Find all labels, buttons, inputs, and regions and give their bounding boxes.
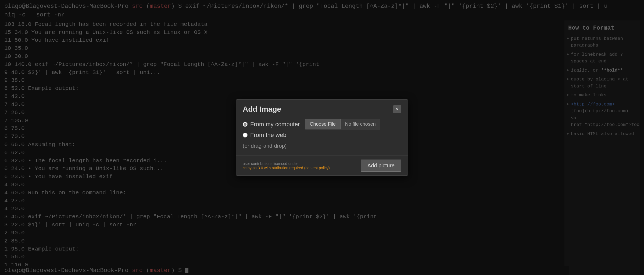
modal-footer: user contributions licensed under cc by-… <box>236 156 408 175</box>
modal-header: Add Image × <box>236 100 408 116</box>
radio-row-web: From the web <box>243 132 401 139</box>
radio-row-computer: From my computer Choose File No file cho… <box>243 119 401 129</box>
no-file-label: No file chosen <box>341 119 380 129</box>
license-line1: user contributions licensed under <box>243 161 330 166</box>
radio-from-web[interactable] <box>243 133 248 138</box>
add-picture-button[interactable]: Add picture <box>361 160 401 172</box>
license-link[interactable]: cc by-sa 3.0 with attribution required (… <box>243 166 330 170</box>
drag-drop-text: (or drag-and-drop) <box>243 143 401 149</box>
radio-from-computer[interactable] <box>243 122 248 127</box>
license-info: user contributions licensed under cc by-… <box>243 161 330 170</box>
choose-file-button[interactable]: Choose File <box>305 119 341 129</box>
modal-body: From my computer Choose File No file cho… <box>236 116 408 149</box>
file-chooser-row: Choose File No file chosen <box>305 119 380 129</box>
add-image-modal: Add Image × From my computer Choose File… <box>236 99 408 176</box>
modal-title: Add Image <box>243 105 281 114</box>
modal-close-button[interactable]: × <box>393 105 401 113</box>
image-source-radio-group: From my computer Choose File No file cho… <box>243 119 401 139</box>
modal-overlay: Add Image × From my computer Choose File… <box>0 0 644 275</box>
radio-from-computer-label[interactable]: From my computer <box>250 121 300 128</box>
radio-from-web-label[interactable]: From the web <box>250 132 287 139</box>
